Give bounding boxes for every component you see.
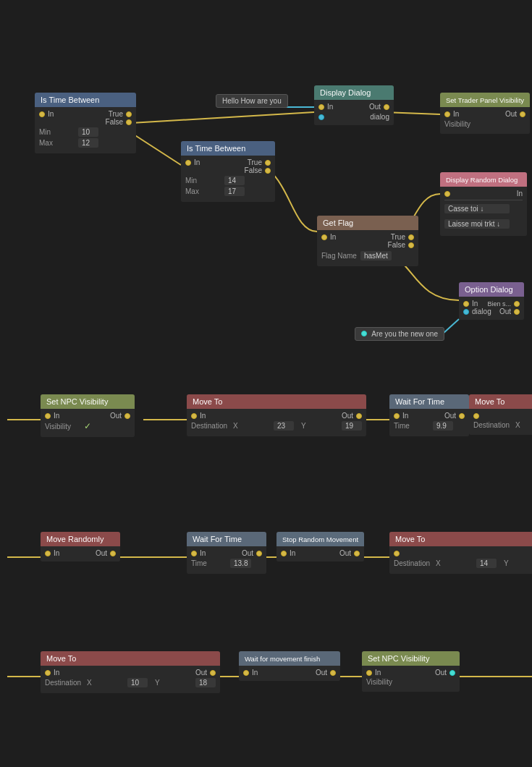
- max-value[interactable]: 12: [78, 138, 98, 148]
- port-false-out[interactable]: [126, 119, 132, 125]
- node-title: Move To: [46, 654, 76, 663]
- min-value[interactable]: 14: [224, 176, 245, 185]
- port-out[interactable]: [330, 670, 336, 676]
- port-in[interactable]: [444, 191, 450, 197]
- node-title: Stop Random Movement: [282, 535, 358, 543]
- node-wait-for-time-2: Wait For Time In Out Time 13.8: [187, 532, 266, 574]
- node-title: Display Random Dialog: [446, 176, 518, 184]
- dest-x[interactable]: 23: [274, 421, 294, 431]
- node-header-is-time-between-1: Is Time Between: [35, 93, 136, 107]
- port-out[interactable]: [210, 670, 216, 676]
- node-header-display-dialog: Display Dialog: [314, 85, 394, 100]
- node-title: Wait For Time: [193, 535, 242, 543]
- time-value[interactable]: 9.9: [433, 421, 453, 431]
- node-header-is-time-between-2: Is Time Between: [181, 141, 275, 156]
- node-is-time-between-2: Is Time Between In True False Min 14 Max…: [181, 141, 275, 202]
- port-out[interactable]: [256, 551, 262, 556]
- port-in[interactable]: [444, 111, 450, 117]
- port-out[interactable]: [384, 104, 389, 110]
- port-out[interactable]: [124, 413, 130, 419]
- node-title: Move To: [193, 397, 222, 406]
- option-laisse[interactable]: Laisse moi trkt ↓: [444, 219, 510, 229]
- node-option-dialog: Option Dialog In Bien s... dialog Out: [459, 282, 524, 320]
- port-dialog[interactable]: [463, 309, 469, 315]
- node-header-move-to-4: Move To: [41, 651, 220, 666]
- port-in[interactable]: [243, 670, 249, 676]
- port-in[interactable]: [394, 551, 400, 556]
- port-dialog[interactable]: [318, 114, 324, 120]
- min-value[interactable]: 10: [78, 127, 98, 137]
- node-title: Is Time Between: [41, 96, 99, 104]
- node-header-move-to-2: Move To: [469, 394, 532, 409]
- node-move-to-2: Move To In Destination X: [469, 394, 532, 435]
- node-header-move-randomly: Move Randomly: [41, 532, 120, 546]
- port-in[interactable]: [473, 413, 479, 419]
- port-in[interactable]: [321, 234, 327, 240]
- port-in[interactable]: [45, 413, 51, 419]
- port-option-out[interactable]: [514, 301, 520, 307]
- node-stop-random: Stop Random Movement In Out: [276, 532, 364, 562]
- port-in[interactable]: [394, 413, 400, 419]
- port-in[interactable]: [366, 670, 372, 676]
- node-header-move-to-3: Move To: [389, 532, 532, 546]
- port-true-out[interactable]: [408, 234, 414, 240]
- node-header-wait-2: Wait For Time: [187, 532, 266, 546]
- dest-y[interactable]: 19: [342, 421, 362, 431]
- node-title: Set NPC Visibility: [368, 654, 429, 663]
- port-out[interactable]: [110, 551, 116, 556]
- node-title: Move To: [395, 535, 425, 543]
- node-header-set-npc-1: Set NPC Visibility: [41, 394, 135, 409]
- node-is-time-between-1: Is Time Between In True False Min 10 Max…: [35, 93, 136, 153]
- node-header-random-dialog: Display Random Dialog: [440, 172, 527, 187]
- port-true-out[interactable]: [265, 160, 271, 166]
- max-value[interactable]: 17: [224, 187, 245, 196]
- node-set-npc-vis-2: Set NPC Visibility In Out Visibility: [362, 651, 460, 692]
- port-in[interactable]: [463, 301, 469, 307]
- port-false-out[interactable]: [408, 242, 414, 248]
- node-move-to-4: Move To In Out Destination X 10 Y 18: [41, 651, 220, 693]
- port-out[interactable]: [356, 413, 362, 419]
- port-in[interactable]: [191, 551, 197, 556]
- port-in[interactable]: [45, 670, 51, 676]
- port-in[interactable]: [185, 160, 191, 166]
- dest-y[interactable]: 18: [195, 678, 216, 687]
- port-in[interactable]: [39, 111, 45, 117]
- node-title: Set NPC Visibility: [46, 397, 108, 406]
- time-value[interactable]: 13.8: [230, 559, 251, 568]
- node-title: Set Trader Panel Visibility: [446, 96, 524, 104]
- node-header-option-dialog: Option Dialog: [459, 282, 524, 297]
- port-in[interactable]: [281, 551, 287, 556]
- node-move-to-3: Move To In Destination X 14 Y 3: [389, 532, 532, 574]
- node-wait-movement: Wait for movement finish In Out: [239, 651, 340, 681]
- text-bubble-hello: Hello How are you: [216, 94, 288, 108]
- node-wait-for-time-1: Wait For Time In Out Time 9.9: [389, 394, 469, 436]
- node-set-trader-panel: Set Trader Panel Visibility In Out Visib…: [440, 93, 530, 134]
- node-header-stop-random: Stop Random Movement: [276, 532, 364, 546]
- port-out[interactable]: [520, 111, 525, 117]
- option-casse[interactable]: Casse toi ↓: [444, 204, 510, 213]
- port-out-cyan[interactable]: [449, 670, 455, 676]
- node-move-to-1: Move To In Out Destination X 23 Y 19: [187, 394, 366, 436]
- node-header-move-to-1: Move To: [187, 394, 366, 409]
- port-true-out[interactable]: [126, 111, 132, 117]
- port-false-out[interactable]: [265, 168, 271, 174]
- port-in[interactable]: [318, 104, 324, 110]
- node-header-set-npc-2: Set NPC Visibility: [362, 651, 460, 666]
- node-title: Move To: [475, 397, 504, 406]
- dest-x[interactable]: 14: [476, 559, 497, 568]
- node-header-get-flag: Get Flag: [317, 216, 418, 230]
- port-in[interactable]: [191, 413, 197, 419]
- node-display-random-dialog: Display Random Dialog In Casse toi ↓ Lai…: [440, 172, 527, 236]
- node-title: Wait for movement finish: [245, 655, 320, 663]
- port-out[interactable]: [459, 413, 465, 419]
- port-in[interactable]: [45, 551, 51, 556]
- port-out[interactable]: [514, 309, 520, 315]
- node-get-flag: Get Flag In True False Flag Name hasMet: [317, 216, 418, 266]
- dest-x[interactable]: 10: [127, 678, 148, 687]
- text-bubble-are-you: Are you the new one: [355, 327, 444, 341]
- node-title: Is Time Between: [187, 144, 245, 153]
- node-header-wait-movement: Wait for movement finish: [239, 651, 340, 666]
- node-title: Option Dialog: [465, 285, 513, 294]
- port-out[interactable]: [354, 551, 360, 556]
- flag-name-value[interactable]: hasMet: [360, 251, 392, 260]
